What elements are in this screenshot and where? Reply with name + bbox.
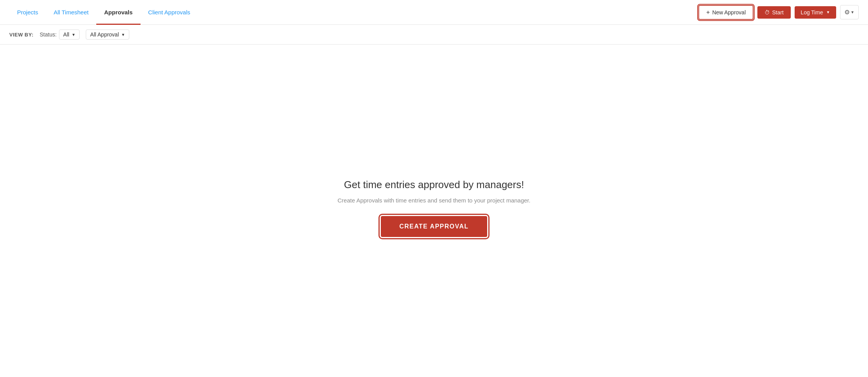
nav-tab-projects[interactable]: Projects bbox=[9, 0, 46, 25]
status-filter-group: Status: All ▼ bbox=[40, 29, 80, 40]
empty-state-subtext: Create Approvals with time entries and s… bbox=[338, 197, 531, 204]
nav-tab-approvals[interactable]: Approvals bbox=[96, 0, 140, 25]
status-label: Status: bbox=[40, 31, 57, 38]
settings-button[interactable]: ⚙ ▼ bbox=[840, 5, 859, 19]
approval-filter-chevron-icon: ▼ bbox=[121, 33, 125, 37]
status-chevron-icon: ▼ bbox=[71, 33, 75, 37]
create-approval-button[interactable]: CREATE APPROVAL bbox=[381, 216, 488, 237]
filter-bar: VIEW BY: Status: All ▼ All Approval ▼ bbox=[0, 25, 868, 45]
approval-filter-select[interactable]: All Approval ▼ bbox=[86, 29, 129, 40]
start-label: Start bbox=[772, 9, 784, 16]
empty-state: Get time entries approved by managers! C… bbox=[338, 179, 531, 237]
log-time-chevron-icon: ▼ bbox=[826, 10, 830, 14]
status-value: All bbox=[63, 31, 69, 38]
new-approval-button[interactable]: + New Approval bbox=[698, 5, 753, 20]
main-content: Get time entries approved by managers! C… bbox=[0, 45, 868, 371]
top-navigation: Projects All Timesheet Approvals Client … bbox=[0, 0, 868, 25]
nav-actions: + New Approval ⏱ Start Log Time ▼ ⚙ ▼ bbox=[698, 5, 859, 20]
settings-chevron-icon: ▼ bbox=[851, 10, 854, 14]
log-time-button[interactable]: Log Time ▼ bbox=[795, 6, 837, 19]
empty-state-heading: Get time entries approved by managers! bbox=[344, 179, 524, 191]
settings-gear-icon: ⚙ bbox=[844, 9, 850, 16]
plus-icon: + bbox=[706, 9, 710, 16]
view-by-label: VIEW BY: bbox=[9, 32, 33, 38]
clock-icon: ⏱ bbox=[764, 9, 770, 16]
nav-tabs: Projects All Timesheet Approvals Client … bbox=[9, 0, 198, 24]
status-select[interactable]: All ▼ bbox=[59, 29, 80, 40]
new-approval-label: New Approval bbox=[712, 9, 746, 16]
start-button[interactable]: ⏱ Start bbox=[757, 6, 791, 19]
nav-tab-client-approvals[interactable]: Client Approvals bbox=[141, 0, 198, 25]
nav-tab-all-timesheet[interactable]: All Timesheet bbox=[46, 0, 96, 25]
log-time-label: Log Time bbox=[801, 9, 823, 16]
approval-filter-value: All Approval bbox=[90, 31, 119, 38]
